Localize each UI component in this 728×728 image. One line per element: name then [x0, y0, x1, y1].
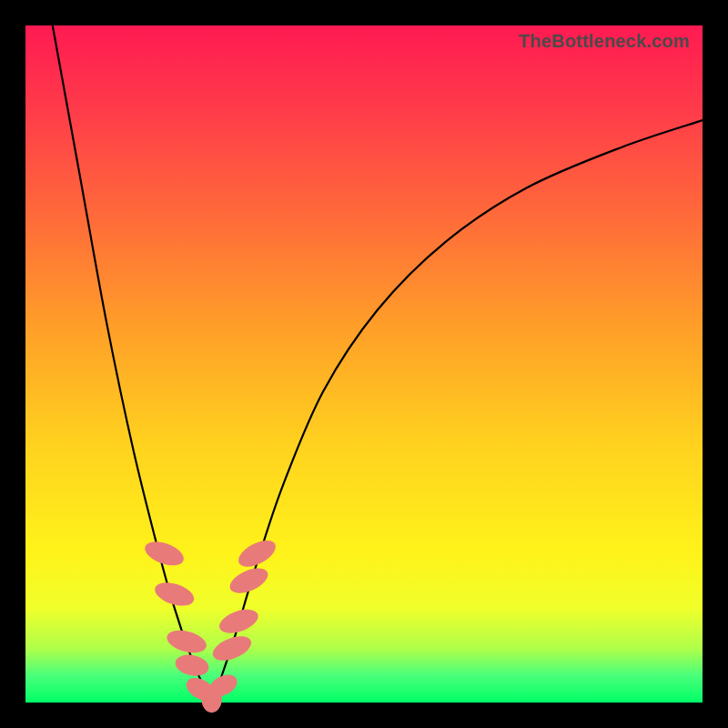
chart-frame: TheBottleneck.com: [0, 0, 728, 728]
data-bead: [235, 535, 280, 572]
data-bead: [165, 626, 209, 656]
plot-area: TheBottleneck.com: [25, 25, 703, 703]
data-bead: [174, 652, 211, 679]
data-bead: [209, 632, 255, 665]
data-bead: [227, 563, 272, 599]
data-bead: [217, 605, 262, 638]
curve-right-curve: [212, 120, 703, 703]
data-bead: [142, 537, 187, 570]
bottleneck-curve: [25, 25, 703, 703]
